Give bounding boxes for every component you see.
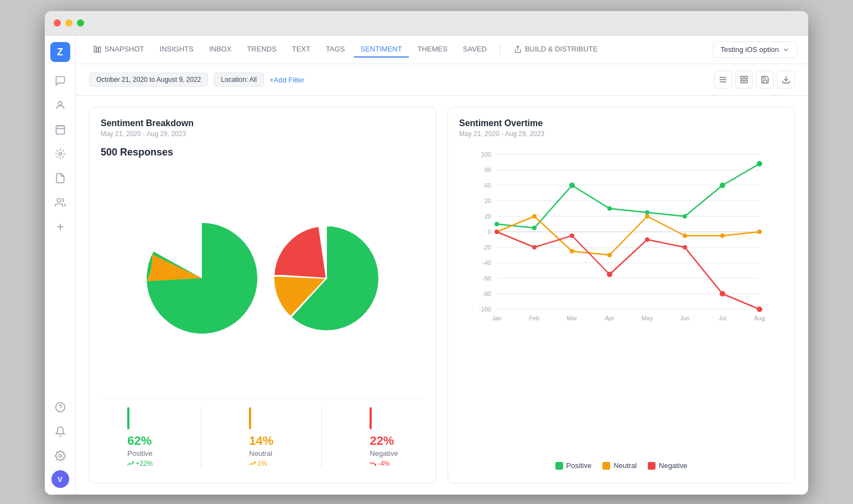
location-filter[interactable]: Location: All [214, 72, 264, 87]
neutral-dot [683, 233, 687, 238]
breakdown-title: Sentiment Breakdown [101, 118, 425, 128]
svg-text:20: 20 [485, 198, 491, 204]
close-button[interactable] [54, 19, 61, 27]
svg-point-5 [59, 153, 61, 155]
chevron-down-icon [782, 46, 790, 54]
svg-text:-100: -100 [479, 306, 491, 313]
negative-line [497, 232, 760, 309]
svg-text:Jun: Jun [680, 315, 690, 321]
neutral-percent: 14% [249, 434, 273, 448]
svg-point-0 [58, 101, 62, 105]
list-view-button[interactable] [714, 71, 732, 89]
overtime-title: Sentiment Overtime [459, 118, 783, 128]
breakdown-subtitle: May 21, 2020 - Aug 29, 2023 [101, 130, 425, 138]
neutral-dot [607, 253, 612, 257]
negative-dot [532, 245, 537, 250]
negative-stat: 22% Negative -4% [364, 407, 403, 467]
sidebar-logo[interactable]: Z [50, 42, 70, 62]
positive-percent: 62% [127, 434, 152, 448]
sidebar-item-integrations[interactable] [50, 144, 70, 164]
svg-rect-20 [745, 76, 747, 79]
negative-dot [645, 237, 649, 242]
svg-text:-20: -20 [482, 244, 491, 251]
positive-dot [569, 183, 575, 188]
svg-text:Jan: Jan [492, 315, 502, 321]
sidebar-item-alerts[interactable] [50, 119, 70, 139]
sentiment-stats: 62% Positive +22% 14% Neutral [101, 398, 425, 472]
divider-2 [321, 407, 322, 467]
responses-count: 500 Responses [101, 147, 425, 158]
nav-build-distribute[interactable]: BUILD & DISTRIBUTE [507, 41, 604, 58]
nav-saved[interactable]: SAVED [456, 41, 493, 58]
negative-dot [570, 233, 574, 238]
nav-text[interactable]: TEXT [285, 41, 317, 58]
save-button[interactable] [756, 71, 774, 89]
maximize-button[interactable] [77, 19, 84, 27]
sidebar-item-surveys[interactable] [50, 71, 70, 91]
sidebar-item-users[interactable] [50, 193, 70, 212]
positive-dot [532, 226, 537, 230]
sidebar-item-add[interactable] [50, 217, 70, 237]
svg-rect-1 [56, 126, 64, 134]
svg-point-6 [57, 199, 61, 202]
sidebar-item-reports[interactable] [50, 168, 70, 188]
svg-text:60: 60 [485, 182, 491, 189]
neutral-dot [720, 233, 725, 238]
survey-dropdown[interactable]: Testing iOS option [713, 41, 797, 58]
download-button[interactable] [777, 71, 795, 89]
sentiment-overtime-card: Sentiment Overtime May 21, 2020 - Aug 29… [448, 107, 795, 484]
positive-stat: 62% Positive +22% [122, 407, 158, 467]
nav-divider [500, 44, 501, 55]
nav-snapshot[interactable]: SNAPSHOT [87, 41, 151, 58]
neutral-change: 1% [249, 460, 267, 467]
app-window: Z [45, 11, 808, 495]
sidebar-item-audience[interactable] [50, 95, 70, 115]
positive-dot [645, 210, 649, 215]
date-filter[interactable]: October 21, 2020 to August 9, 2022 [89, 72, 208, 87]
neutral-dot [645, 214, 649, 219]
filter-actions [714, 71, 795, 89]
line-chart-area: 100 80 60 20 20 0 -20 -40 -60 -80 -100 [459, 138, 783, 455]
help-icon[interactable] [50, 397, 70, 417]
svg-text:Apr: Apr [605, 315, 614, 321]
titlebar [45, 11, 808, 35]
neutral-dot [757, 230, 762, 234]
legend-negative-dot [648, 462, 656, 470]
svg-text:0: 0 [488, 228, 491, 235]
svg-point-11 [59, 455, 61, 458]
app-body: Z [45, 35, 808, 495]
negative-change: -4% [370, 460, 389, 467]
negative-dot [683, 245, 687, 250]
svg-text:Mar: Mar [567, 315, 578, 321]
chart-legend: Positive Neutral Negative [459, 455, 783, 472]
pie-chart [199, 215, 326, 342]
top-nav: SNAPSHOT INSIGHTS INBOX TRENDS TEXT TAGS… [76, 35, 808, 64]
avatar[interactable]: V [51, 470, 69, 488]
legend-positive: Positive [555, 461, 592, 470]
svg-rect-12 [94, 46, 96, 52]
nav-inbox[interactable]: INBOX [202, 41, 238, 58]
nav-sentiment[interactable]: SENTIMENT [354, 41, 409, 58]
nav-themes[interactable]: THEMES [411, 41, 454, 58]
add-filter-button[interactable]: +Add Filter [269, 76, 304, 84]
divider-1 [201, 407, 201, 467]
x-axis: Jan Feb Mar Apr May Jun Jul Aug [492, 315, 765, 321]
neutral-line [497, 216, 760, 255]
svg-text:Jul: Jul [719, 315, 726, 321]
positive-label: Positive [127, 449, 153, 458]
neutral-label: Neutral [249, 449, 272, 458]
filter-bar: October 21, 2020 to August 9, 2022 Locat… [76, 64, 808, 96]
legend-negative: Negative [648, 461, 687, 470]
svg-text:100: 100 [481, 151, 491, 158]
nav-tags[interactable]: TAGS [319, 41, 351, 58]
grid-view-button[interactable] [735, 71, 753, 89]
svg-rect-14 [98, 46, 101, 51]
nav-trends[interactable]: TRENDS [240, 41, 283, 58]
notifications-icon[interactable] [50, 422, 70, 441]
line-chart-svg: 100 80 60 20 20 0 -20 -40 -60 -80 -100 [459, 143, 783, 331]
nav-insights[interactable]: INSIGHTS [153, 41, 200, 58]
minimize-button[interactable] [65, 19, 72, 27]
overtime-subtitle: May 21, 2020 - Aug 29, 2023 [459, 130, 783, 138]
settings-icon[interactable] [50, 446, 70, 466]
svg-text:80: 80 [485, 167, 491, 173]
